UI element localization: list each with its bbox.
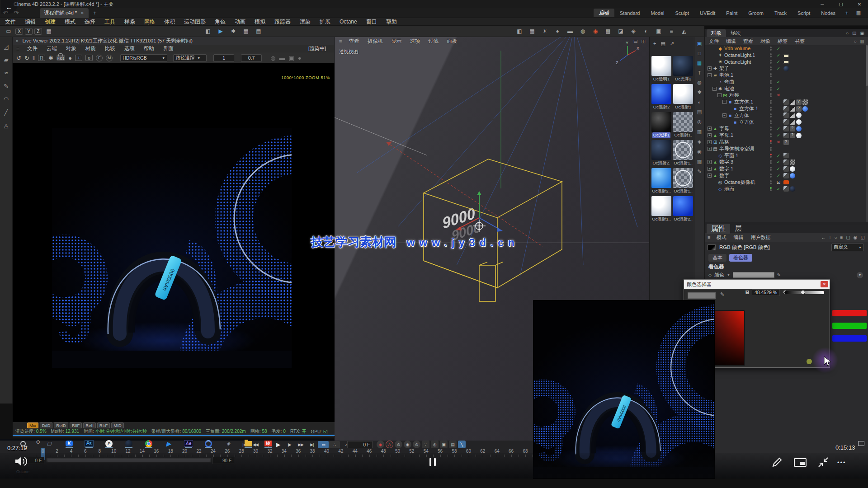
menu-item[interactable]: 帮助	[385, 18, 398, 26]
object-tag[interactable]	[783, 186, 789, 192]
octane-scatter-icon[interactable]: ≡	[666, 27, 676, 36]
kernel-select[interactable]: 路径追踪▼	[173, 54, 207, 62]
object-row[interactable]: − 立方体.1	[705, 99, 868, 105]
object-name[interactable]: Vdb volume	[724, 46, 750, 51]
object-row[interactable]: + 架子	[705, 65, 868, 72]
octane-cam-icon[interactable]: ◐	[641, 27, 651, 36]
recorder-icon[interactable]: P	[104, 439, 114, 448]
material-item[interactable]: Oc混射1..	[651, 196, 672, 224]
current-frame-field[interactable]: 0 F	[347, 441, 373, 448]
loop-toggle[interactable]: ▭	[318, 441, 329, 448]
hatch-icon[interactable]: ▧	[697, 159, 702, 164]
object-name[interactable]: 数字	[719, 172, 729, 179]
menu-item[interactable]: 体积	[163, 18, 176, 26]
axis-x-toggle[interactable]: X	[15, 28, 23, 35]
object-row[interactable]: 立方体.1	[705, 105, 868, 112]
object-row[interactable]: − 电池	[705, 85, 868, 92]
render-pass-chip[interactable]: RefD	[54, 422, 68, 428]
object-tag[interactable]	[802, 106, 808, 112]
preset-select[interactable]: 自定义▼	[831, 244, 864, 251]
object-tag[interactable]	[783, 113, 789, 118]
up-icon[interactable]: ↑	[829, 235, 831, 240]
expander[interactable]	[712, 47, 717, 51]
material-thumbnail[interactable]	[673, 168, 693, 188]
lv-menu-item[interactable]: 材质	[84, 45, 97, 52]
object-tags[interactable]	[783, 160, 795, 165]
dialog-close-button[interactable]: ✕	[821, 281, 828, 287]
panel-tab[interactable]: 属性	[707, 224, 730, 234]
material-item[interactable]: Oc混射1.	[672, 112, 694, 140]
octane-aov-icon[interactable]: ▩	[603, 27, 613, 36]
layers-icon[interactable]: ▤	[697, 109, 702, 115]
object-tag[interactable]	[796, 113, 802, 118]
visibility-dots[interactable]	[769, 160, 773, 164]
octane-light-icon[interactable]: ▣	[654, 27, 664, 36]
om-menu-item[interactable]: 文件	[708, 38, 720, 45]
chrome-icon[interactable]	[143, 439, 154, 448]
lv-denoise-icon[interactable]: ◍	[270, 55, 275, 61]
material-item[interactable]: Oc混射2..	[651, 168, 672, 196]
menu-item[interactable]: Octane	[338, 19, 359, 25]
enable-state-icon[interactable]	[775, 46, 782, 51]
seekbar-handle[interactable]: ◇	[36, 439, 40, 445]
back-icon[interactable]: ←	[821, 235, 826, 240]
object-row[interactable]: 弯曲	[705, 79, 868, 85]
om-search-icon[interactable]: ○	[846, 31, 849, 36]
c4d-icon[interactable]	[203, 439, 214, 448]
lv-clay-icon[interactable]: ▣	[288, 55, 294, 61]
object-row[interactable]: − 立方体	[705, 112, 868, 119]
object-row[interactable]: + 字母.1	[705, 132, 868, 139]
lv-refresh-icon[interactable]: ↻	[24, 55, 29, 61]
om-menu-item[interactable]: 书签	[793, 38, 806, 45]
object-tag[interactable]	[783, 180, 789, 184]
menu-item[interactable]: 工具	[103, 18, 117, 26]
grid-icon[interactable]: ▥	[697, 129, 702, 135]
axis-y-toggle[interactable]: Y	[25, 28, 33, 35]
cube-panel-icon[interactable]: ▦	[697, 60, 702, 66]
minimize-button[interactable]: ─	[814, 2, 831, 7]
render-pass-chip[interactable]: DifD	[40, 422, 52, 428]
octane-mat-icon[interactable]: ◪	[616, 27, 626, 36]
object-tag[interactable]	[783, 160, 789, 165]
object-tags[interactable]	[783, 53, 789, 57]
lv-material-icon[interactable]: M	[106, 55, 113, 61]
octane-node-icon[interactable]: ◍	[578, 27, 588, 36]
tree-scrollbar[interactable]	[866, 45, 868, 222]
target-icon[interactable]: ◉	[854, 235, 858, 240]
layout-tab[interactable]: Track	[769, 9, 792, 17]
lv-add-icon[interactable]: +	[75, 55, 82, 61]
render-pass-chip[interactable]: RflF	[70, 422, 82, 428]
object-name[interactable]: 电池.1	[719, 72, 733, 79]
object-row[interactable]: − 对称	[705, 92, 868, 99]
menu-item[interactable]: 样条	[123, 18, 137, 26]
record-param-toggle[interactable]: ◎	[431, 441, 439, 448]
object-tags[interactable]	[783, 113, 802, 118]
enable-state-icon[interactable]	[775, 59, 782, 64]
visibility-dots[interactable]	[769, 166, 773, 171]
octane-app-icon[interactable]	[123, 439, 134, 448]
om-menu-item[interactable]: 对象	[759, 38, 772, 45]
material-item[interactable]: Oc混射1	[672, 84, 694, 112]
om-panel-icon[interactable]: ▣	[860, 31, 864, 36]
object-name[interactable]: 弯曲	[724, 79, 734, 85]
notes-pencil-icon[interactable]	[770, 456, 783, 469]
volume-icon[interactable]	[14, 455, 28, 468]
mat-upload-icon[interactable]: ↗	[670, 41, 674, 47]
expander[interactable]	[712, 60, 717, 64]
enable-state-icon[interactable]	[775, 187, 782, 192]
am-menu-item[interactable]: 用户数据	[749, 234, 772, 241]
material-item[interactable]: Oc光泽1	[651, 112, 672, 140]
am-menu-item[interactable]: 模式	[715, 234, 727, 241]
object-name[interactable]: 数字.3	[719, 159, 733, 165]
render-pass-chip[interactable]: Mix	[27, 422, 38, 428]
object-row[interactable]: OctaneLight	[705, 59, 868, 66]
object-tag[interactable]	[796, 99, 802, 105]
diamond-icon[interactable]: ◈	[698, 139, 701, 145]
object-tag[interactable]	[790, 106, 795, 112]
material-item[interactable]: Oc混射2..	[672, 196, 694, 224]
material-thumbnail[interactable]	[673, 56, 693, 76]
material-thumbnail[interactable]	[651, 140, 671, 160]
object-tag[interactable]	[790, 186, 795, 192]
red-channel-bar[interactable]	[832, 310, 867, 316]
object-name[interactable]: OctaneLight.1	[724, 52, 755, 58]
